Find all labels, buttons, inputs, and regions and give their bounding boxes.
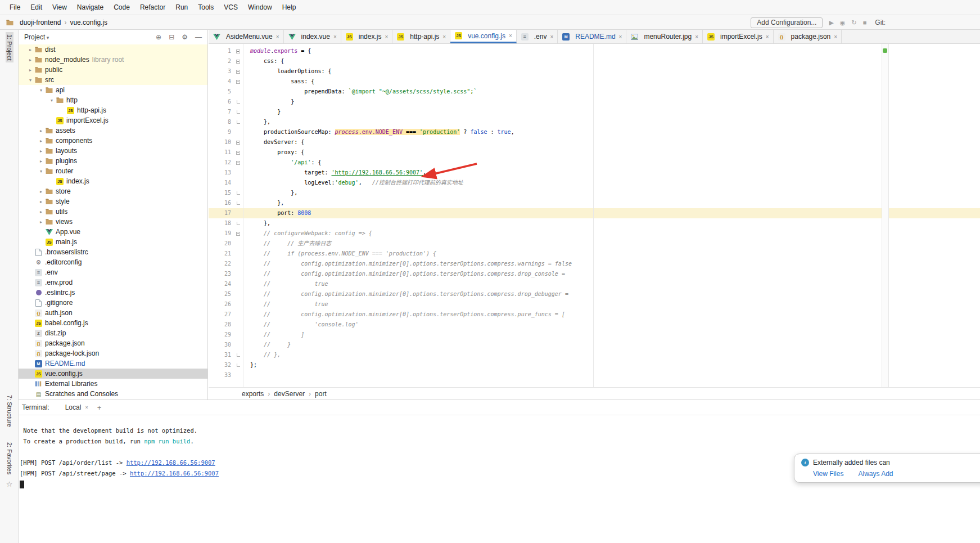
breadcrumb-exports[interactable]: exports (242, 390, 264, 398)
fold-marker[interactable] (233, 222, 243, 225)
tab-package.json[interactable]: {}package.json× (774, 30, 842, 43)
tree-item-package-lock.json[interactable]: {}package-lock.json (19, 348, 207, 358)
tree-item-http[interactable]: ▾http (19, 95, 207, 105)
tree-item-components[interactable]: ▸components (19, 136, 207, 146)
chevron-right-icon[interactable]: ▸ (26, 68, 34, 73)
fold-marker[interactable] (233, 70, 243, 74)
inspection-indicator-icon[interactable] (883, 48, 887, 53)
tree-item-router[interactable]: ▾router (19, 166, 207, 176)
tab-menurouter.jpg[interactable]: menuRouter.jpg× (626, 30, 703, 43)
always-add-link[interactable]: Always Add (858, 470, 893, 478)
git-widget[interactable]: Git: (875, 19, 886, 26)
menu-run[interactable]: Run (170, 0, 193, 15)
tree-item-style[interactable]: ▸style (19, 196, 207, 207)
code-line-20[interactable]: 20 // // 生产去除日志 (209, 239, 980, 249)
tree-item-package.json[interactable]: {}package.json (19, 338, 207, 348)
close-icon[interactable]: × (85, 405, 88, 410)
terminal-link[interactable]: http://192.168.66.56:9007 (130, 470, 219, 477)
tree-item-.eslintrc.js[interactable]: .eslintrc.js (19, 288, 207, 298)
tab-readme.md[interactable]: MREADME.md× (558, 30, 626, 43)
code-line-22[interactable]: 22 // config.optimization.minimizer[0].o… (209, 259, 980, 269)
tree-item-app.vue[interactable]: App.vue (19, 227, 207, 237)
tab-vue.config.js[interactable]: JSvue.config.js× (450, 30, 517, 43)
tab-http-api.js[interactable]: JShttp-api.js× (392, 30, 450, 43)
add-configuration-button[interactable]: Add Configuration... (751, 17, 823, 28)
breadcrumb-item[interactable]: vue.config.js (64, 19, 107, 26)
code-line-7[interactable]: 7 } (209, 107, 980, 117)
chevron-right-icon[interactable]: ▸ (37, 128, 45, 133)
tree-item-index.js[interactable]: JSindex.js (19, 176, 207, 186)
close-icon[interactable]: × (766, 34, 769, 40)
code-line-32[interactable]: 32}; (209, 360, 980, 370)
tab-index.js[interactable]: JSindex.js× (341, 30, 393, 43)
tree-item-layouts[interactable]: ▸layouts (19, 146, 207, 156)
structure-tool-button[interactable]: 7: Structure (0, 393, 19, 429)
code-line-18[interactable]: 18 }, (209, 218, 980, 228)
tree-item-scratches-and-consoles[interactable]: ▤Scratches and Consoles (19, 389, 207, 399)
fold-marker[interactable] (233, 232, 243, 236)
menu-code[interactable]: Code (109, 0, 135, 15)
tree-item-vue.config.js[interactable]: JSvue.config.js (19, 369, 207, 379)
tree-item-.editorconfig[interactable]: ⚙.editorconfig (19, 257, 207, 267)
code-line-30[interactable]: 30 // } (209, 340, 980, 350)
tree-item-dist.zip[interactable]: Zdist.zip (19, 328, 207, 338)
tree-item-.env[interactable]: ≡.env (19, 267, 207, 277)
code-line-1[interactable]: 1module.exports = { (209, 46, 980, 56)
fold-marker[interactable] (233, 141, 243, 145)
tree-item-.env.prod[interactable]: ≡.env.prod (19, 277, 207, 288)
run-button[interactable]: ▶ (829, 19, 833, 26)
chevron-right-icon[interactable]: ▸ (37, 149, 45, 154)
tree-item-src[interactable]: ▾src (19, 75, 207, 85)
chevron-down-icon[interactable]: ▾ (37, 88, 45, 93)
code-line-25[interactable]: 25 // config.optimization.minimizer[0].o… (209, 289, 980, 299)
chevron-right-icon[interactable]: ▸ (37, 199, 45, 204)
breadcrumb-port[interactable]: port (305, 390, 327, 398)
terminal-tab-local[interactable]: Local × (65, 403, 88, 411)
close-icon[interactable]: × (695, 34, 698, 40)
chevron-right-icon[interactable]: ▸ (37, 159, 45, 164)
settings-icon[interactable]: ⚙ (182, 33, 188, 41)
code-line-27[interactable]: 27 // config.optimization.minimizer[0].o… (209, 309, 980, 320)
code-line-29[interactable]: 29 // ] (209, 330, 980, 340)
code-line-11[interactable]: 11 proxy: { (209, 147, 980, 158)
code-line-24[interactable]: 24 // true (209, 279, 980, 289)
chevron-down-icon[interactable]: ▾ (26, 78, 34, 83)
profile-button[interactable]: ↻ (851, 19, 856, 26)
tree-item-.gitignore[interactable]: .gitignore (19, 298, 207, 308)
chevron-right-icon[interactable]: ▸ (37, 138, 45, 143)
code-line-16[interactable]: 16 }, (209, 198, 980, 208)
code-line-31[interactable]: 31 // }, (209, 350, 980, 360)
menu-window[interactable]: Window (243, 0, 277, 15)
close-icon[interactable]: × (442, 34, 446, 40)
code-line-2[interactable]: 2 css: { (209, 56, 980, 66)
favorites-tool-button[interactable]: 2: Favorites (0, 440, 19, 477)
tab-asidemenu.vue[interactable]: AsideMenu.vue× (209, 30, 284, 43)
breadcrumb-item[interactable]: duoji-frontend (20, 19, 61, 26)
fold-marker[interactable] (233, 151, 243, 155)
locate-icon[interactable]: ⊕ (156, 33, 161, 41)
menu-vcs[interactable]: VCS (219, 0, 243, 15)
fold-marker[interactable] (233, 50, 243, 53)
tree-item-external-libraries[interactable]: External Libraries (19, 379, 207, 389)
close-icon[interactable]: × (333, 34, 337, 40)
menu-help[interactable]: Help (277, 0, 301, 15)
tree-item-assets[interactable]: ▸assets (19, 125, 207, 136)
tab-importexcel.js[interactable]: JSimportExcel.js× (703, 30, 774, 43)
tree-item-dist[interactable]: ▸dist (19, 44, 207, 55)
tree-item-plugins[interactable]: ▸plugins (19, 156, 207, 166)
project-tool-button[interactable]: 1: Project (0, 32, 19, 62)
code-line-3[interactable]: 3 loaderOptions: { (209, 66, 980, 77)
code-line-5[interactable]: 5 prependData: `@import "~@/assets/scss/… (209, 87, 980, 97)
code-line-9[interactable]: 9 productionSourceMap: process.env.NODE_… (209, 127, 980, 137)
fold-marker[interactable] (233, 60, 243, 64)
close-icon[interactable]: × (509, 33, 512, 39)
chevron-right-icon[interactable]: ▸ (26, 57, 34, 62)
star-icon[interactable]: ☆ (0, 480, 19, 488)
code-line-17[interactable]: 17 port: 8008 (209, 208, 980, 218)
menu-tools[interactable]: Tools (193, 0, 219, 15)
tree-item-main.js[interactable]: JSmain.js (19, 237, 207, 247)
tree-item-utils[interactable]: ▸utils (19, 207, 207, 217)
tree-item-http-api.js[interactable]: JShttp-api.js (19, 105, 207, 115)
code-line-23[interactable]: 23 // config.optimization.minimizer[0].o… (209, 269, 980, 279)
tree-item-auth.json[interactable]: {}auth.json (19, 308, 207, 318)
